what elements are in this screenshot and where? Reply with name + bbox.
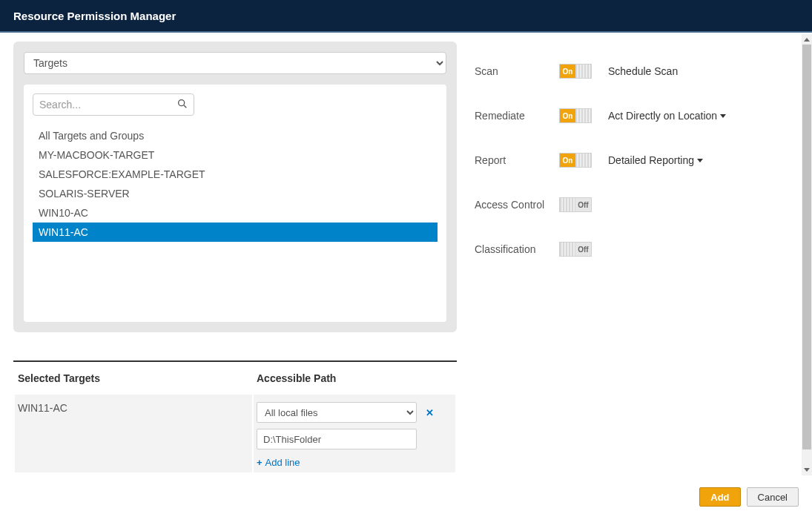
target-item-selected[interactable]: WIN11-AC xyxy=(33,223,438,242)
chevron-down-icon xyxy=(697,159,703,162)
setting-access-control-label: Access Control xyxy=(475,199,559,211)
toggle-access-control[interactable]: On Off xyxy=(559,197,592,212)
path-value-input[interactable] xyxy=(257,429,417,449)
setting-report-row: Report On Off Detailed Reporting xyxy=(475,138,726,182)
add-button[interactable]: Add xyxy=(699,487,740,507)
toggle-on-label: On xyxy=(560,109,575,122)
target-item[interactable]: WIN10-AC xyxy=(33,203,438,223)
report-action-dropdown[interactable]: Detailed Reporting xyxy=(608,154,703,166)
toggle-off-label: Off xyxy=(575,198,591,211)
setting-report-label: Report xyxy=(475,154,559,166)
search-input[interactable] xyxy=(33,93,194,116)
search-wrap xyxy=(33,93,194,116)
setting-action-text: Detailed Reporting xyxy=(608,154,694,166)
add-line-button[interactable]: + Add line xyxy=(257,457,300,468)
svg-point-0 xyxy=(179,100,185,106)
scrollbar-thumb[interactable] xyxy=(802,34,811,449)
path-type-select[interactable]: All local files xyxy=(257,402,417,423)
targets-list-box: All Targets and Groups MY-MACBOOK-TARGET… xyxy=(24,85,446,322)
footer-buttons: Add Cancel xyxy=(699,487,799,507)
setting-action-text: Schedule Scan xyxy=(608,65,678,77)
target-item[interactable]: SOLARIS-SERVER xyxy=(33,184,438,203)
toggle-on-label: On xyxy=(560,65,575,78)
main-content: Targets All Targets and Groups MY-MACBOO… xyxy=(0,33,812,474)
toggle-classification[interactable]: On Off xyxy=(559,242,592,257)
toggle-off-label: Off xyxy=(575,65,591,78)
add-line-label: Add line xyxy=(265,457,300,468)
remove-path-icon[interactable]: ✕ xyxy=(420,407,434,418)
setting-remediate-label: Remediate xyxy=(475,110,559,122)
plus-icon: + xyxy=(257,457,263,468)
targets-dropdown[interactable]: Targets xyxy=(24,52,446,74)
table-row: WIN11-AC All local files ✕ + Add line xyxy=(15,395,455,472)
svg-line-1 xyxy=(184,105,186,108)
setting-scan-label: Scan xyxy=(475,65,559,77)
toggle-remediate[interactable]: On Off xyxy=(559,108,592,123)
selected-target-name: WIN11-AC xyxy=(15,395,252,472)
toggle-on-label: On xyxy=(560,198,575,211)
setting-scan-row: Scan On Off Schedule Scan xyxy=(475,49,726,93)
cancel-button[interactable]: Cancel xyxy=(747,487,799,507)
toggle-report[interactable]: On Off xyxy=(559,153,592,168)
search-icon xyxy=(176,98,188,110)
target-item[interactable]: SALESFORCE:EXAMPLE-TARGET xyxy=(33,165,438,184)
arrow-down-icon xyxy=(804,468,810,472)
toggle-off-label: Off xyxy=(575,154,591,167)
right-column: Scan On Off Schedule Scan Remediate On O… xyxy=(458,33,726,474)
target-item[interactable]: MY-MACBOOK-TARGET xyxy=(33,145,438,165)
toggle-off-label: Off xyxy=(575,109,591,122)
setting-classification-label: Classification xyxy=(475,243,559,255)
targets-panel: Targets All Targets and Groups MY-MACBOO… xyxy=(13,42,457,332)
selected-targets-table: Selected Targets Accessible Path WIN11-A… xyxy=(13,360,457,474)
toggle-on-label: On xyxy=(560,243,575,256)
setting-access-control-row: Access Control On Off xyxy=(475,182,726,227)
page-title: Resource Permission Manager xyxy=(13,10,176,22)
scrollbar-arrow-up[interactable] xyxy=(802,34,812,45)
target-item[interactable]: All Targets and Groups xyxy=(33,126,438,145)
vertical-scrollbar[interactable] xyxy=(802,34,812,475)
toggle-off-label: Off xyxy=(575,243,591,256)
toggle-on-label: On xyxy=(560,154,575,167)
selected-target-path-cell: All local files ✕ + Add line xyxy=(254,395,455,472)
setting-classification-row: Classification On Off xyxy=(475,227,726,271)
app-header: Resource Permission Manager xyxy=(0,0,812,33)
toggle-scan[interactable]: On Off xyxy=(559,64,592,79)
target-list: All Targets and Groups MY-MACBOOK-TARGET… xyxy=(33,126,438,242)
col-header-path: Accessible Path xyxy=(254,363,455,393)
setting-remediate-row: Remediate On Off Act Directly on Locatio… xyxy=(475,93,726,138)
left-column: Targets All Targets and Groups MY-MACBOO… xyxy=(0,33,458,474)
setting-action-text: Act Directly on Location xyxy=(608,110,717,122)
col-header-target: Selected Targets xyxy=(15,363,252,393)
arrow-up-icon xyxy=(804,38,810,42)
schedule-scan-link[interactable]: Schedule Scan xyxy=(608,65,678,77)
chevron-down-icon xyxy=(720,114,726,118)
remediate-action-dropdown[interactable]: Act Directly on Location xyxy=(608,110,726,122)
scrollbar-arrow-down[interactable] xyxy=(802,464,812,475)
